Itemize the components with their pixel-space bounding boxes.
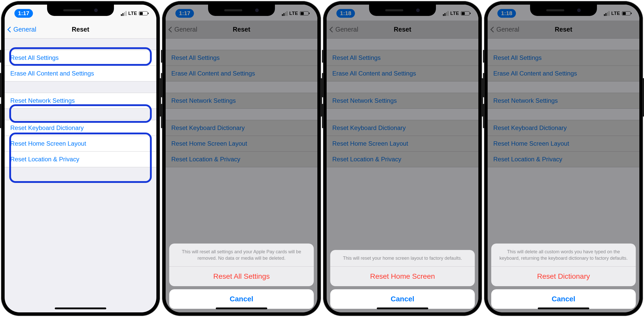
- phone-frame: 1:18 LTE General Reset Reset All Setting…: [484, 1, 643, 316]
- volume-up: [161, 73, 162, 97]
- phone-frame: 1:18 LTE General Reset Reset All Setting…: [323, 1, 482, 316]
- settings-group: Reset All Settings Erase All Content and…: [5, 50, 156, 81]
- reset-keyboard-row[interactable]: Reset Keyboard Dictionary: [5, 120, 156, 136]
- volume-up: [322, 73, 323, 97]
- status-right: LTE: [121, 11, 148, 16]
- volume-down: [322, 104, 323, 128]
- volume-up: [483, 73, 484, 97]
- mute-switch: [483, 50, 484, 63]
- home-indicator[interactable]: [216, 307, 267, 309]
- volume-up: [0, 73, 1, 97]
- mute-switch: [322, 50, 323, 63]
- status-time[interactable]: 1:17: [14, 9, 33, 18]
- back-button[interactable]: General: [8, 26, 36, 33]
- erase-all-row[interactable]: Erase All Content and Settings: [5, 66, 156, 81]
- reset-all-settings-row[interactable]: Reset All Settings: [5, 50, 156, 66]
- page-title: Reset: [72, 26, 89, 33]
- phone-frame: 1:17 LTE General Reset Reset All Setting…: [162, 1, 321, 316]
- action-sheet: This will reset all settings and your Ap…: [169, 244, 314, 309]
- home-indicator[interactable]: [55, 307, 106, 309]
- reset-location-row[interactable]: Reset Location & Privacy: [5, 152, 156, 167]
- notch: [208, 5, 275, 16]
- action-sheet: This will reset your home screen layout …: [330, 250, 475, 309]
- home-indicator[interactable]: [377, 307, 428, 309]
- mute-switch: [161, 50, 162, 63]
- screen: 1:18 LTE General Reset Reset All Setting…: [327, 5, 478, 312]
- sheet-cancel-button[interactable]: Cancel: [491, 289, 636, 309]
- side-button: [643, 78, 644, 117]
- battery-icon: [139, 11, 148, 15]
- screen: 1:17 LTE General Reset Reset All Setting…: [5, 5, 156, 312]
- home-indicator[interactable]: [538, 307, 589, 309]
- sheet-destructive-button[interactable]: Reset Dictionary: [491, 267, 636, 286]
- sheet-cancel-button[interactable]: Cancel: [330, 289, 475, 309]
- screen: 1:18 LTE General Reset Reset All Setting…: [488, 5, 639, 312]
- content-area: Reset All Settings Erase All Content and…: [5, 50, 156, 167]
- phone-frame: 1:17 LTE General Reset Reset All Setting…: [1, 1, 160, 316]
- chevron-left-icon: [7, 26, 13, 32]
- sheet-destructive-button[interactable]: Reset All Settings: [169, 267, 314, 286]
- volume-down: [0, 104, 1, 128]
- action-sheet: This will delete all custom words you ha…: [491, 244, 636, 309]
- sheet-message: This will reset your home screen layout …: [330, 250, 475, 267]
- notch: [47, 5, 114, 16]
- sheet-block: This will delete all custom words you ha…: [491, 244, 636, 286]
- back-label: General: [13, 26, 36, 33]
- cellular-signal-icon: [121, 11, 127, 16]
- reset-homescreen-row[interactable]: Reset Home Screen Layout: [5, 136, 156, 152]
- volume-down: [483, 104, 484, 128]
- sheet-message: This will reset all settings and your Ap…: [169, 244, 314, 267]
- screen: 1:17 LTE General Reset Reset All Setting…: [166, 5, 317, 312]
- mute-switch: [0, 50, 1, 63]
- nav-bar: General Reset: [5, 21, 156, 39]
- reset-network-row[interactable]: Reset Network Settings: [5, 93, 156, 108]
- sheet-cancel-button[interactable]: Cancel: [169, 289, 314, 309]
- network-label: LTE: [128, 11, 137, 16]
- sheet-block: This will reset your home screen layout …: [330, 250, 475, 286]
- notch: [530, 5, 597, 16]
- sheet-block: This will reset all settings and your Ap…: [169, 244, 314, 286]
- sheet-message: This will delete all custom words you ha…: [491, 244, 636, 267]
- settings-group: Reset Network Settings: [5, 93, 156, 109]
- settings-group: Reset Keyboard Dictionary Reset Home Scr…: [5, 120, 156, 167]
- notch: [369, 5, 436, 16]
- volume-down: [161, 104, 162, 128]
- sheet-destructive-button[interactable]: Reset Home Screen: [330, 267, 475, 286]
